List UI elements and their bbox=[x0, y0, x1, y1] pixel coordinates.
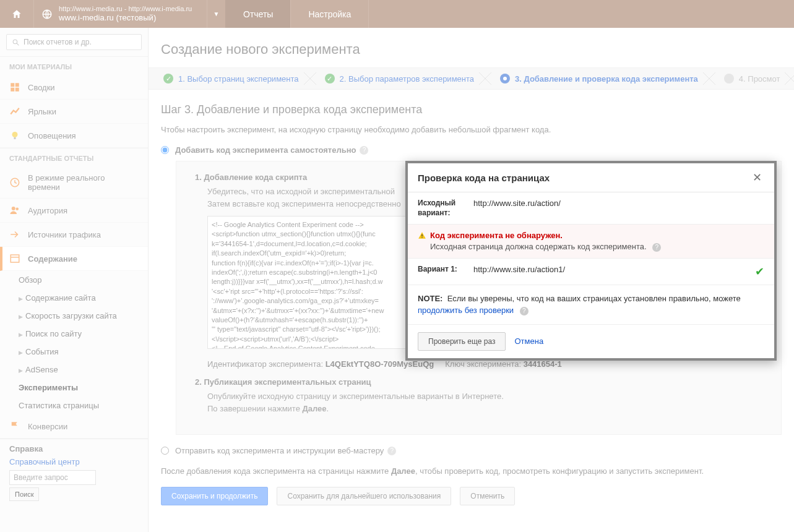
code-check-modal: Проверка кода на страницах ✕ Исходный ва… bbox=[405, 161, 777, 361]
row-variant-1: Вариант 1: http://www.site.ru/action1/ ✔ bbox=[408, 259, 774, 285]
modal-cancel-link[interactable]: Отмена bbox=[514, 337, 543, 346]
row-error: Код эксперимента не обнаружен. Исходная … bbox=[408, 225, 774, 259]
retry-check-button[interactable]: Проверить еще раз bbox=[418, 332, 506, 351]
svg-rect-14 bbox=[421, 234, 422, 236]
help-icon[interactable]: ? bbox=[652, 243, 661, 252]
help-icon[interactable]: ? bbox=[520, 307, 529, 315]
row-original: Исходный вариант: http://www.site.ru/act… bbox=[408, 192, 774, 225]
modal-note: NOTE: Если вы уверены, что код на ваших … bbox=[408, 285, 774, 325]
check-ok-icon: ✔ bbox=[755, 265, 764, 278]
modal-title: Проверка кода на страницах bbox=[418, 173, 550, 183]
warning-icon bbox=[418, 231, 426, 240]
close-icon[interactable]: ✕ bbox=[750, 171, 764, 184]
svg-rect-15 bbox=[421, 237, 422, 238]
continue-without-check-link[interactable]: продолжить без проверки bbox=[418, 306, 514, 315]
